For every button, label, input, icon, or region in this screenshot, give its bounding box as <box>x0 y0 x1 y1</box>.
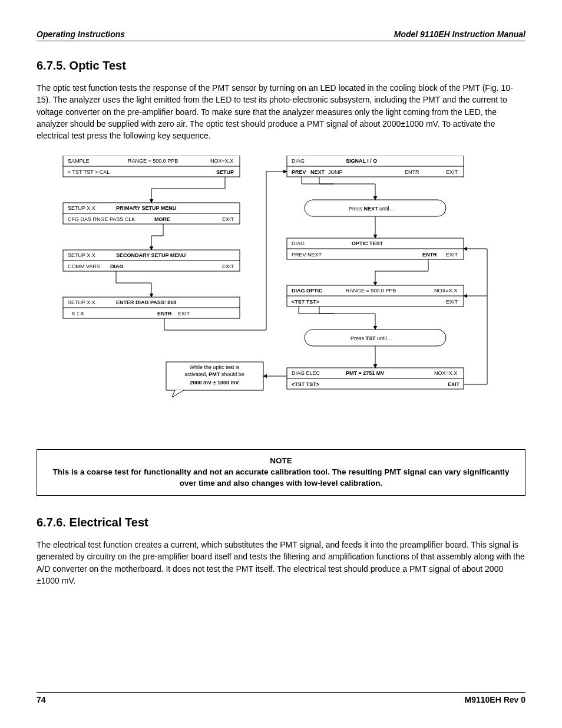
svg-text:EXIT: EXIT <box>222 216 234 222</box>
note-title: NOTE <box>45 456 517 467</box>
svg-text:DIAG: DIAG <box>110 263 124 269</box>
svg-text:PREV  NEXT: PREV NEXT <box>292 252 322 258</box>
svg-text:EXIT: EXIT <box>446 252 458 258</box>
box-optic-test: DIAG OPTIC TEST PREV NEXT ENTR EXIT <box>287 238 464 259</box>
svg-text:SETUP: SETUP <box>216 169 234 175</box>
svg-text:DIAG: DIAG <box>292 241 305 246</box>
svg-text:PREV: PREV <box>292 169 306 175</box>
svg-text:SETUP X.X: SETUP X.X <box>68 299 95 305</box>
header-left: Operating Instructions <box>37 29 125 39</box>
svg-text:PRIMARY SETUP MENU: PRIMARY SETUP MENU <box>116 205 176 211</box>
section-optic-test-paragraph: The optic test function tests the respon… <box>37 82 525 141</box>
callout-pmt-range: While the optic test is activated, PMT s… <box>166 362 263 397</box>
svg-text:CFG  DAS  RNGE  PASS  CLK: CFG DAS RNGE PASS CLK <box>68 216 135 222</box>
svg-text:PMT = 2751  MV: PMT = 2751 MV <box>346 370 384 376</box>
box-signal-io: DIAG SIGNAL I / O PREV NEXT JUMP ENTR EX… <box>287 156 464 177</box>
svg-text:JUMP: JUMP <box>328 169 343 175</box>
svg-text:RANGE = 500.0 PPB: RANGE = 500.0 PPB <box>346 288 396 294</box>
svg-text:Press NEXT until…: Press NEXT until… <box>349 206 395 212</box>
page-header: Operating Instructions Model 9110EH Inst… <box>37 29 525 41</box>
svg-text:<TST   TST>: <TST TST> <box>292 381 319 387</box>
svg-text:EXIT: EXIT <box>446 299 458 305</box>
svg-text:OPTIC TEST: OPTIC TEST <box>352 241 384 246</box>
svg-text:COMM  VARS: COMM VARS <box>68 263 100 269</box>
svg-text:< TST  TST >  CAL: < TST TST > CAL <box>68 169 110 175</box>
svg-text:SETUP X.X: SETUP X.X <box>68 252 95 258</box>
svg-text:EXIT: EXIT <box>222 263 234 269</box>
svg-text:EXIT: EXIT <box>446 169 458 175</box>
svg-text:ENTR: ENTR <box>405 169 419 175</box>
note-body: This is a coarse test for functionality … <box>45 467 517 489</box>
svg-text:SIGNAL I / O: SIGNAL I / O <box>346 158 377 164</box>
svg-text:SAMPLE: SAMPLE <box>68 158 90 164</box>
svg-text:SECONDARY SETUP MENU: SECONDARY SETUP MENU <box>116 252 186 258</box>
svg-text:RANGE = 500.0 PPB: RANGE = 500.0 PPB <box>128 158 178 164</box>
svg-text:NOX=X.X: NOX=X.X <box>210 158 233 164</box>
box-primary-setup: SETUP X.X PRIMARY SETUP MENU CFG DAS RNG… <box>63 203 240 224</box>
box-diag-optic: DIAG OPTIC RANGE = 500.0 PPB NOX=X.X <TS… <box>287 285 464 307</box>
svg-text:ENTR: ENTR <box>157 311 172 317</box>
svg-text:MORE: MORE <box>154 216 170 222</box>
svg-text:ENTER DIAG PASS: 818: ENTER DIAG PASS: 818 <box>116 299 176 305</box>
svg-text:activated,  PMT should be: activated, PMT should be <box>184 371 244 377</box>
box-diag-elec: DIAG ELEC PMT = 2751 MV NOX=X.X <TST TST… <box>287 368 464 389</box>
svg-text:While the optic test is: While the optic test is <box>189 364 240 370</box>
svg-text:<TST   TST>: <TST TST> <box>292 299 319 305</box>
svg-text:8    1    8: 8 1 8 <box>72 311 84 317</box>
note-box: NOTE This is a coarse test for functiona… <box>37 449 525 496</box>
footer-revision: M9110EH Rev 0 <box>464 695 525 704</box>
section-optic-test-title: 6.7.5. Optic Test <box>37 59 525 73</box>
section-electrical-test-title: 6.7.6. Electrical Test <box>37 516 525 529</box>
bubble-press-next: Press NEXT until… <box>305 200 446 216</box>
box-sample: SAMPLE RANGE = 500.0 PPB NOX=X.X < TST T… <box>63 156 240 177</box>
svg-text:SETUP X.X: SETUP X.X <box>68 205 95 211</box>
box-diag-pass: SETUP X.X ENTER DIAG PASS: 818 8 1 8 ENT… <box>63 297 240 318</box>
page-footer: 74 M9110EH Rev 0 <box>37 692 525 704</box>
svg-text:NOX=X.X: NOX=X.X <box>434 288 457 294</box>
box-secondary-setup: SETUP X.X SECONDARY SETUP MENU COMM VARS… <box>63 250 240 271</box>
svg-text:DIAG ELEC: DIAG ELEC <box>292 370 320 376</box>
svg-text:NEXT: NEXT <box>310 169 325 175</box>
svg-text:EXIT: EXIT <box>178 311 190 317</box>
svg-text:EXIT: EXIT <box>448 381 460 387</box>
svg-text:DIAG: DIAG <box>292 158 305 164</box>
svg-text:DIAG OPTIC: DIAG OPTIC <box>292 288 323 294</box>
svg-text:Press TST until…: Press TST until… <box>351 335 392 341</box>
svg-text:NOX=X.X: NOX=X.X <box>434 370 457 376</box>
optic-test-flowchart: SAMPLE RANGE = 500.0 PPB NOX=X.X < TST T… <box>37 156 525 433</box>
header-right: Model 9110EH Instruction Manual <box>394 29 525 39</box>
bubble-press-tst: Press TST until… <box>305 330 446 346</box>
svg-text:2000 mV ± 1000 mV: 2000 mV ± 1000 mV <box>190 380 239 386</box>
footer-page-number: 74 <box>37 695 46 704</box>
section-electrical-test-paragraph: The electrical test function creates a c… <box>37 539 525 587</box>
svg-text:ENTR: ENTR <box>422 252 437 258</box>
